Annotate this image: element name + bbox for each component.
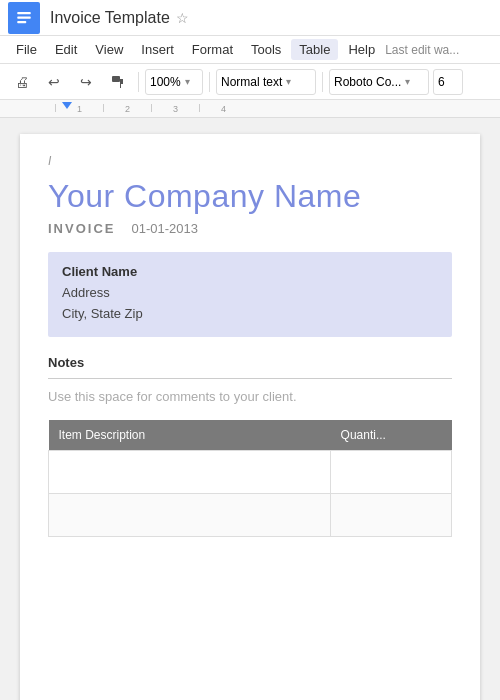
last-edit-text: Last edit wa... [385, 43, 459, 57]
invoice-date[interactable]: 01-01-2013 [131, 221, 198, 236]
invoice-line: INVOICE 01-01-2013 [48, 221, 452, 236]
ruler-marks: 1 2 3 4 [0, 100, 500, 117]
font-size-select[interactable]: 6 [433, 69, 463, 95]
table-row [49, 493, 452, 536]
notes-divider [48, 378, 452, 379]
table-row [49, 450, 452, 493]
zoom-select[interactable]: 100% ▾ [145, 69, 203, 95]
menu-view[interactable]: View [87, 39, 131, 60]
paint-format-button[interactable] [104, 68, 132, 96]
title-bar: Invoice Template ☆ [0, 0, 500, 36]
notes-section: Notes Use this space for comments to you… [48, 355, 452, 404]
font-value: Roboto Co... [334, 75, 401, 89]
client-box: Client Name Address City, State Zip [48, 252, 452, 337]
ruler-mark-2: 2 [103, 104, 151, 112]
col-header-description: Item Description [49, 420, 331, 451]
menu-insert[interactable]: Insert [133, 39, 182, 60]
ruler: 1 2 3 4 [0, 100, 500, 118]
col-header-quantity: Quanti... [331, 420, 452, 451]
client-address-line[interactable]: Address [62, 283, 438, 304]
font-size-value: 6 [438, 75, 445, 89]
table-cell-desc-2[interactable] [49, 493, 331, 536]
ruler-mark-4: 4 [199, 104, 247, 112]
font-arrow: ▾ [405, 76, 410, 87]
star-icon[interactable]: ☆ [176, 10, 189, 26]
page-marker: I [48, 154, 51, 168]
table-cell-desc-1[interactable] [49, 450, 331, 493]
style-arrow: ▾ [286, 76, 291, 87]
menu-file[interactable]: File [8, 39, 45, 60]
redo-button[interactable]: ↪ [72, 68, 100, 96]
company-name[interactable]: Your Company Name [48, 178, 452, 215]
svg-rect-1 [17, 16, 31, 18]
table-cell-qty-2[interactable] [331, 493, 452, 536]
table-cell-qty-1[interactable] [331, 450, 452, 493]
menu-format[interactable]: Format [184, 39, 241, 60]
font-select[interactable]: Roboto Co... ▾ [329, 69, 429, 95]
divider1 [138, 72, 139, 92]
svg-rect-2 [17, 21, 26, 23]
invoice-table: Item Description Quanti... [48, 420, 452, 537]
client-name[interactable]: Client Name [62, 264, 438, 279]
document-area: I Your Company Name INVOICE 01-01-2013 C… [0, 118, 500, 700]
client-address: Address City, State Zip [62, 283, 438, 325]
print-button[interactable]: 🖨 [8, 68, 36, 96]
menu-help[interactable]: Help [340, 39, 383, 60]
document-title: Invoice Template [50, 9, 170, 27]
svg-rect-0 [17, 12, 31, 14]
divider2 [209, 72, 210, 92]
text-style-select[interactable]: Normal text ▾ [216, 69, 316, 95]
zoom-arrow: ▾ [185, 76, 190, 87]
menu-bar: File Edit View Insert Format Tools Table… [0, 36, 500, 64]
ruler-indent [62, 102, 72, 109]
document-page: I Your Company Name INVOICE 01-01-2013 C… [20, 134, 480, 700]
text-style-value: Normal text [221, 75, 282, 89]
client-city-state-zip[interactable]: City, State Zip [62, 304, 438, 325]
svg-rect-3 [112, 76, 120, 82]
ruler-mark-3: 3 [151, 104, 199, 112]
table-header-row: Item Description Quanti... [49, 420, 452, 451]
invoice-label: INVOICE [48, 221, 115, 236]
divider3 [322, 72, 323, 92]
menu-table[interactable]: Table [291, 39, 338, 60]
notes-placeholder[interactable]: Use this space for comments to your clie… [48, 389, 452, 404]
undo-button[interactable]: ↩ [40, 68, 68, 96]
menu-edit[interactable]: Edit [47, 39, 85, 60]
toolbar: 🖨 ↩ ↪ 100% ▾ Normal text ▾ Roboto Co... … [0, 64, 500, 100]
menu-tools[interactable]: Tools [243, 39, 289, 60]
notes-heading: Notes [48, 355, 452, 370]
zoom-value: 100% [150, 75, 181, 89]
app-icon [8, 2, 40, 34]
